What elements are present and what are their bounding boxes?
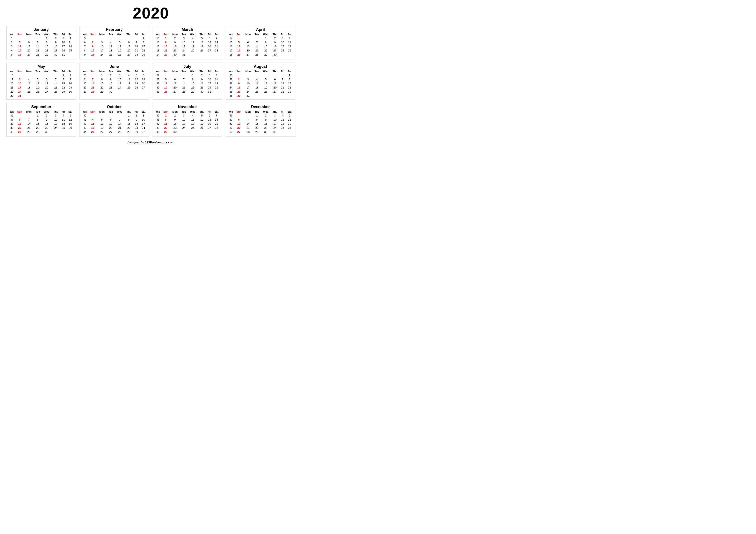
day-cell: 1: [286, 73, 293, 77]
week-number: 23: [9, 94, 15, 98]
day-cell: 30: [198, 89, 206, 94]
day-cell: 2: [234, 77, 243, 81]
day-cell: 11: [124, 77, 133, 81]
day-cell: 19: [286, 122, 293, 126]
day-cell: [67, 53, 74, 57]
day-cell: 29: [124, 130, 133, 134]
day-cell: 23: [107, 86, 115, 89]
week-row: 141234: [228, 36, 293, 40]
day-cell: 12: [198, 40, 206, 44]
day-cell: [198, 53, 206, 57]
col-header-sun: Sun: [88, 70, 97, 73]
col-header-mon: Mon: [243, 33, 253, 36]
day-cell: [170, 73, 180, 77]
week-row: 2010111213141516: [9, 81, 74, 86]
day-cell: 26: [234, 53, 243, 57]
col-header-tue: Tue: [180, 110, 188, 114]
day-cell: 4: [124, 73, 133, 77]
week-row: 23123456: [81, 73, 147, 77]
day-cell: 15: [97, 81, 107, 86]
day-cell: 15: [253, 122, 261, 126]
week-row: [81, 57, 147, 58]
col-header-tue: Tue: [180, 70, 188, 73]
col-header-wed: Wed: [42, 110, 51, 114]
day-cell: 1: [97, 73, 107, 77]
day-cell: [51, 57, 60, 58]
week-number: 20: [9, 81, 15, 86]
col-header-mon: Mon: [24, 33, 34, 36]
day-cell: 31: [243, 94, 253, 98]
week-row: 11891011121314: [154, 40, 220, 44]
week-row: 2117181920212223: [9, 86, 74, 89]
day-cell: 15: [140, 44, 147, 48]
day-cell: [180, 130, 188, 134]
day-cell: [67, 130, 74, 134]
day-cell: 25: [107, 53, 115, 57]
day-cell: 27: [234, 130, 243, 134]
col-header-sat: Sat: [140, 33, 147, 36]
col-header-fri: Fri: [206, 33, 213, 36]
day-cell: [97, 114, 107, 117]
day-cell: 20: [124, 48, 133, 53]
week-row: 1612131415161718: [228, 44, 293, 48]
week-row: [81, 94, 147, 94]
day-cell: 17: [180, 122, 188, 126]
month-block-july: JulyWkSunMonTueWedThuFriSat2712342856789…: [152, 63, 222, 100]
day-cell: 28: [279, 89, 286, 94]
col-header-wed: Wed: [188, 110, 198, 114]
day-cell: 8: [188, 77, 198, 81]
day-cell: 1: [261, 36, 271, 40]
day-cell: 30: [133, 130, 140, 134]
col-header-thu: Thu: [124, 110, 133, 114]
day-cell: 12: [161, 81, 170, 86]
week-row: 376789101112: [9, 117, 74, 122]
day-cell: [188, 94, 198, 94]
day-cell: [180, 57, 188, 58]
day-cell: 9: [170, 117, 180, 122]
week-row: [154, 57, 220, 58]
day-cell: 19: [198, 122, 206, 126]
day-cell: 2: [107, 73, 115, 77]
day-cell: 16: [170, 122, 180, 126]
day-cell: [51, 94, 60, 98]
day-cell: 6: [243, 40, 253, 44]
day-cell: 23: [42, 126, 51, 130]
day-cell: 24: [97, 53, 107, 57]
col-header-wed: Wed: [115, 70, 124, 73]
day-cell: 18: [279, 122, 286, 126]
week-number: 26: [81, 86, 88, 89]
day-cell: 14: [213, 40, 220, 44]
day-cell: [88, 36, 97, 40]
day-cell: 4: [60, 114, 67, 117]
day-cell: 31: [206, 89, 213, 94]
col-header-wk: Wk: [81, 33, 88, 36]
week-row: 3612345: [9, 114, 74, 117]
week-number: 53: [228, 130, 234, 134]
day-cell: 4: [279, 114, 286, 117]
day-cell: [261, 134, 271, 135]
week-row: 2567891011: [9, 40, 74, 44]
week-row: 4318192021222324: [81, 126, 147, 130]
day-cell: 29: [140, 53, 147, 57]
day-cell: 16: [198, 81, 206, 86]
day-cell: 5: [34, 77, 42, 81]
day-cell: 17: [60, 44, 67, 48]
col-header-wed: Wed: [42, 33, 51, 36]
day-cell: [15, 134, 24, 135]
week-number: 43: [81, 126, 88, 130]
month-block-june: JuneWkSunMonTueWedThuFriSat2312345624789…: [80, 63, 149, 100]
day-cell: 1: [161, 114, 170, 117]
day-cell: [34, 73, 42, 77]
day-cell: 16: [133, 122, 140, 126]
week-row: 62345678: [81, 40, 147, 44]
week-number: 6: [81, 40, 88, 44]
day-cell: 13: [234, 122, 243, 126]
week-number: [81, 57, 88, 58]
month-title: December: [228, 105, 293, 109]
week-number: 17: [228, 48, 234, 53]
day-cell: 23: [198, 86, 206, 89]
day-cell: 8: [60, 77, 67, 81]
month-title: September: [9, 105, 74, 109]
day-cell: [170, 94, 180, 94]
day-cell: 15: [261, 44, 271, 48]
